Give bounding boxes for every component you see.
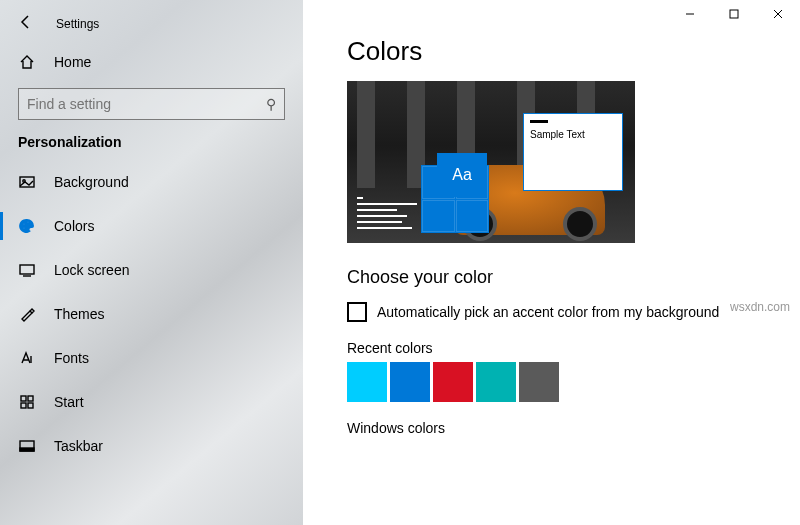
- windows-colors-label: Windows colors: [347, 420, 800, 436]
- fonts-icon: [18, 350, 36, 366]
- color-swatch[interactable]: [519, 362, 559, 402]
- svg-rect-9: [28, 403, 33, 408]
- recent-colors-label: Recent colors: [347, 340, 800, 356]
- palette-icon: [18, 218, 36, 234]
- sidebar: Settings Home ⚲ Personalization Backgrou…: [0, 0, 303, 525]
- search-input[interactable]: [27, 96, 251, 112]
- back-icon[interactable]: [18, 14, 34, 34]
- svg-rect-11: [20, 448, 34, 451]
- minimize-button[interactable]: [668, 0, 712, 28]
- sidebar-item-lockscreen[interactable]: Lock screen: [18, 248, 285, 292]
- svg-rect-8: [21, 403, 26, 408]
- color-swatch[interactable]: [476, 362, 516, 402]
- maximize-button[interactable]: [712, 0, 756, 28]
- window-controls: [668, 0, 800, 28]
- sidebar-item-label: Lock screen: [54, 262, 129, 278]
- content-area: Colors Aa Sample Text Choose your color …: [303, 0, 800, 442]
- sidebar-item-label: Fonts: [54, 350, 89, 366]
- color-swatch[interactable]: [433, 362, 473, 402]
- sidebar-item-fonts[interactable]: Fonts: [18, 336, 285, 380]
- preview-sample-text: Sample Text: [524, 129, 622, 140]
- home-icon: [18, 54, 36, 70]
- sidebar-item-themes[interactable]: Themes: [18, 292, 285, 336]
- watermark: wsxdn.com: [730, 300, 790, 314]
- nav-home-label: Home: [54, 54, 91, 70]
- titlebar: Settings: [18, 0, 285, 40]
- sidebar-item-label: Colors: [54, 218, 94, 234]
- close-button[interactable]: [756, 0, 800, 28]
- page-title: Colors: [347, 36, 800, 67]
- sidebar-item-label: Taskbar: [54, 438, 103, 454]
- sidebar-item-label: Themes: [54, 306, 105, 322]
- start-icon: [18, 394, 36, 410]
- svg-rect-5: [20, 265, 34, 274]
- search-icon: ⚲: [266, 96, 276, 112]
- window-title: Settings: [56, 17, 99, 31]
- svg-rect-6: [21, 396, 26, 401]
- auto-accent-label: Automatically pick an accent color from …: [377, 304, 719, 320]
- svg-point-2: [23, 223, 25, 225]
- sidebar-item-start[interactable]: Start: [18, 380, 285, 424]
- nav-home[interactable]: Home: [18, 40, 285, 84]
- taskbar-icon: [18, 438, 36, 454]
- section-choose-color: Choose your color: [347, 267, 800, 288]
- search-box[interactable]: ⚲: [18, 88, 285, 120]
- category-heading: Personalization: [18, 134, 285, 150]
- sidebar-item-label: Start: [54, 394, 84, 410]
- color-swatch[interactable]: [390, 362, 430, 402]
- sidebar-item-label: Background: [54, 174, 129, 190]
- color-swatch[interactable]: [347, 362, 387, 402]
- svg-point-3: [27, 221, 29, 223]
- main-pane: Colors Aa Sample Text Choose your color …: [303, 0, 800, 525]
- preview-tile-label: Aa: [437, 153, 487, 197]
- recent-color-swatches: [347, 362, 800, 402]
- svg-rect-7: [28, 396, 33, 401]
- sidebar-item-taskbar[interactable]: Taskbar: [18, 424, 285, 468]
- preview-app-window: Sample Text: [523, 113, 623, 191]
- color-preview: Aa Sample Text: [347, 81, 635, 243]
- sidebar-item-colors[interactable]: Colors: [18, 204, 285, 248]
- sidebar-item-background[interactable]: Background: [18, 160, 285, 204]
- themes-icon: [18, 306, 36, 322]
- picture-icon: [18, 174, 36, 190]
- svg-rect-12: [730, 10, 738, 18]
- checkbox-icon[interactable]: [347, 302, 367, 322]
- svg-point-4: [23, 227, 25, 229]
- lockscreen-icon: [18, 262, 36, 278]
